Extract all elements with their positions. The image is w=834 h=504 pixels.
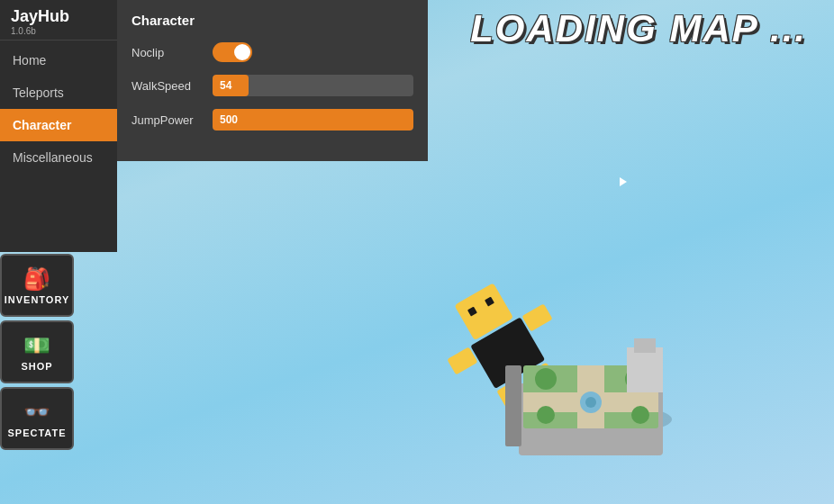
jumppower-label: JumpPower <box>131 113 213 127</box>
noclip-toggle-thumb <box>234 44 250 60</box>
noclip-label: Noclip <box>131 46 213 59</box>
noclip-row: Noclip <box>131 42 413 62</box>
shop-icon: 💵 <box>23 333 51 358</box>
jumppower-track: 500 <box>213 109 413 130</box>
jumppower-fill <box>213 109 413 130</box>
svg-rect-21 <box>634 338 656 353</box>
jumppower-value: 500 <box>220 113 238 126</box>
main-panel: Character Noclip WalkSpeed 54 JumpPower … <box>117 0 428 161</box>
spectate-label: SPECTATE <box>7 428 66 438</box>
shop-button[interactable]: 💵 SHOP <box>0 320 74 383</box>
map-island <box>501 293 681 477</box>
svg-rect-4 <box>447 346 477 374</box>
svg-rect-19 <box>505 365 521 446</box>
left-game-buttons: 🎒 INVENTORY 💵 SHOP 👓 SPECTATE <box>0 254 74 450</box>
svg-point-16 <box>631 406 649 424</box>
sidebar-item-miscellaneous[interactable]: Miscellaneous <box>0 141 117 174</box>
spectate-button[interactable]: 👓 SPECTATE <box>0 387 74 450</box>
svg-point-13 <box>535 368 557 390</box>
shop-label: SHOP <box>21 361 52 372</box>
sidebar-item-character[interactable]: Character <box>0 109 117 141</box>
sidebar: JayHub 1.0.6b Home Teleports Character M… <box>0 0 117 252</box>
sidebar-item-teleports[interactable]: Teleports <box>0 76 117 109</box>
sidebar-navigation: Home Teleports Character Miscellaneous <box>0 44 117 174</box>
inventory-label: INVENTORY <box>5 294 70 305</box>
inventory-button[interactable]: 🎒 INVENTORY <box>0 254 74 317</box>
walkspeed-value: 54 <box>220 79 231 92</box>
panel-title: Character <box>131 13 413 28</box>
jumppower-slider[interactable]: 500 <box>213 109 413 130</box>
walkspeed-track: 54 <box>213 75 413 96</box>
loading-map-text: LOADING MAP ... <box>470 7 807 50</box>
walkspeed-slider[interactable]: 54 <box>213 75 413 96</box>
noclip-toggle[interactable] <box>213 42 252 62</box>
walkspeed-label: WalkSpeed <box>131 79 213 93</box>
sidebar-item-home[interactable]: Home <box>0 44 117 76</box>
svg-point-15 <box>537 406 555 424</box>
app-title: JayHub <box>11 7 106 26</box>
app-logo: JayHub 1.0.6b <box>0 0 117 40</box>
walkspeed-row: WalkSpeed 54 <box>131 75 413 96</box>
jumppower-row: JumpPower 500 <box>131 109 413 130</box>
spectate-icon: 👓 <box>23 400 51 425</box>
noclip-toggle-track <box>213 42 252 62</box>
app-version: 1.0.6b <box>11 26 106 36</box>
svg-point-18 <box>585 397 596 408</box>
inventory-icon: 🎒 <box>23 266 51 292</box>
svg-rect-20 <box>627 347 663 392</box>
